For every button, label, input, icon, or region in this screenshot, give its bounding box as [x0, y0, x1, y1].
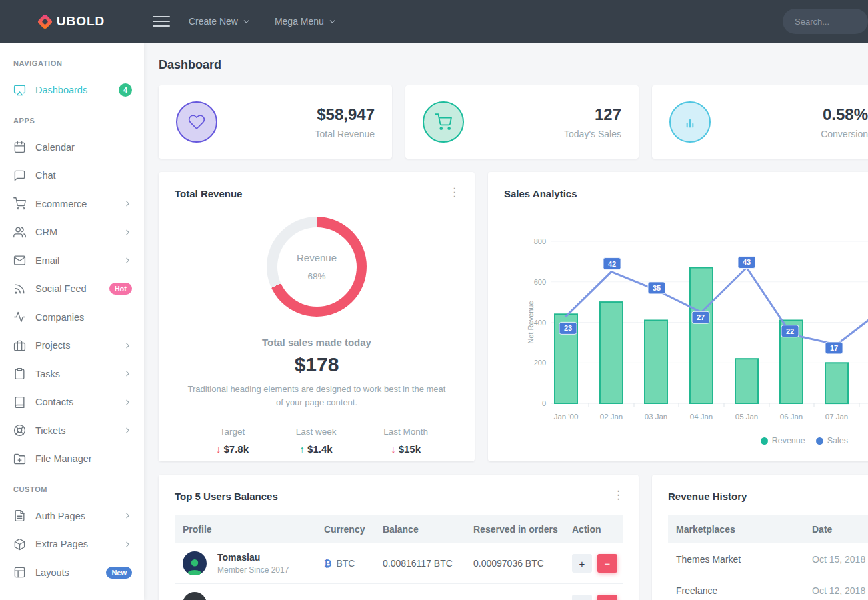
stat-value: $58,947 [315, 105, 375, 124]
card-title: Top 5 Users Balances [175, 491, 623, 502]
card-title: Sales Analytics [504, 188, 865, 199]
charts-row: Total Revenue ⋮ Revenue 68% Total sales … [159, 172, 868, 461]
sidebar-item-social-feed[interactable]: Social FeedHot [0, 275, 144, 303]
activity-icon [13, 311, 26, 323]
topbar-menu-mega-menu[interactable]: Mega Menu [275, 16, 337, 27]
hamburger-menu-icon[interactable] [153, 16, 170, 27]
user-member-since: Member Since 2017 [217, 565, 289, 575]
package-icon [13, 538, 26, 551]
avatar [183, 592, 207, 600]
stat-card-total-revenue: $58,947 Total Revenue [159, 85, 392, 159]
layout-icon [13, 566, 26, 579]
add-button[interactable]: + [572, 595, 592, 600]
bar-chart-icon [669, 101, 711, 143]
dots-menu-icon[interactable]: ⋮ [449, 185, 460, 199]
topbar-menu-create-new[interactable]: Create New [189, 16, 251, 27]
chevron-down-icon [242, 17, 251, 26]
sidebar-badge: New [106, 567, 132, 579]
sidebar-item-dashboards[interactable]: Dashboards4 [0, 76, 144, 105]
sidebar-item-companies[interactable]: Companies [0, 303, 144, 332]
calendar-icon [13, 141, 26, 153]
currency-code: BTC [336, 558, 355, 569]
sidebar-item-ecommerce[interactable]: Ecommerce [0, 190, 144, 219]
sidebar-item-crm[interactable]: CRM [0, 218, 144, 247]
dots-menu-icon[interactable]: ⋮ [613, 488, 624, 502]
revenue-subtitle: Total sales made today [175, 337, 459, 348]
stat-cards-row: $58,947 Total Revenue 127 Today's Sales … [159, 85, 868, 159]
top-users-card: Top 5 Users Balances ⋮ ProfileCurrencyBa… [159, 475, 639, 600]
svg-text:Net Revenue: Net Revenue [527, 301, 535, 343]
sidebar-item-auth-pages[interactable]: Auth Pages [0, 502, 144, 531]
line-point-label: 43 [738, 256, 755, 268]
line-point-label: 27 [692, 311, 709, 323]
sidebar-badge: Hot [109, 283, 132, 295]
stat-value: ↑$1.4k [296, 443, 337, 455]
svg-text:07 Jan: 07 Jan [825, 413, 849, 421]
sidebar-item-contacts[interactable]: Contacts [0, 388, 144, 417]
main-content: Dashboard $58,947 Total Revenue 127 Toda… [144, 43, 868, 600]
revenue-stat-last-week: Last week ↑$1.4k [296, 427, 337, 455]
sidebar-item-label: Email [35, 255, 123, 266]
remove-button[interactable]: − [597, 554, 617, 573]
legend-dot [816, 437, 823, 445]
sidebar-item-label: Tickets [35, 425, 123, 436]
sidebar-item-label: Companies [35, 312, 132, 323]
briefcase-icon [13, 339, 26, 352]
svg-text:23: 23 [564, 324, 572, 332]
users-icon [13, 226, 26, 239]
user-name: Tomaslau [217, 552, 289, 563]
topbar-menu: Create New Mega Menu [189, 16, 337, 27]
sidebar-item-tickets[interactable]: Tickets [0, 417, 144, 445]
card-title: Revenue History [668, 491, 868, 502]
sidebar-item-projects[interactable]: Projects [0, 331, 144, 360]
remove-button[interactable]: − [597, 595, 617, 600]
sidebar-item-chat[interactable]: Chat [0, 161, 144, 190]
column-header: Reserved in orders [465, 524, 564, 535]
add-button[interactable]: + [572, 554, 592, 573]
lifebuoy-icon [13, 424, 26, 437]
sidebar-item-label: Chat [35, 170, 132, 181]
brand-logo[interactable]: UBOLD [0, 0, 144, 43]
btc-icon: ₿ [324, 558, 331, 569]
clipboard-icon [13, 367, 26, 380]
svg-text:400: 400 [534, 319, 546, 327]
sidebar-item-label: Ecommerce [35, 199, 123, 209]
revenue-stats-row: Target ↓$7.8kLast week ↑$1.4kLast Month … [175, 427, 459, 455]
sidebar-item-email[interactable]: Email [0, 247, 144, 275]
stat-value: 127 [564, 105, 621, 124]
sidebar-item-layouts[interactable]: LayoutsNew [0, 559, 144, 587]
sidebar-item-file-manager[interactable]: File Manager [0, 445, 144, 473]
search-input[interactable] [783, 9, 868, 34]
table-row: Themes Market Oct 15, 2018 [668, 543, 868, 575]
card-title: Total Revenue [175, 188, 459, 199]
svg-text:600: 600 [534, 278, 546, 286]
revenue-stat-target: Target ↓$7.8k [216, 427, 249, 455]
sidebar-item-extra-pages[interactable]: Extra Pages [0, 530, 144, 559]
topbar-menu-label: Mega Menu [275, 16, 324, 27]
date-value: Oct 15, 2018 [804, 554, 868, 565]
sidebar-item-label: Auth Pages [35, 511, 123, 521]
sidebar-item-tasks[interactable]: Tasks [0, 360, 144, 389]
column-header: Balance [375, 524, 465, 535]
legend-item-revenue[interactable]: Revenue [761, 436, 805, 445]
chevron-right-icon [123, 426, 132, 435]
legend-item-sales[interactable]: Sales [816, 436, 848, 445]
chevron-right-icon [123, 369, 132, 378]
svg-text:42: 42 [608, 260, 616, 268]
chevron-right-icon [123, 511, 132, 520]
table-row: Erwin E. Brown Ξ ETH 3.16117008 ETH 1.70… [175, 583, 623, 600]
chevron-right-icon [123, 256, 132, 265]
stat-card-today-s-sales: 127 Today's Sales [405, 85, 639, 159]
line-point-label: 42 [603, 258, 621, 270]
sidebar-item-calendar[interactable]: Calendar [0, 133, 144, 162]
chevron-down-icon [328, 17, 337, 26]
stat-label: Last week [296, 427, 337, 437]
revenue-stat-last-month: Last Month ↓$15k [383, 427, 428, 455]
column-header: Action [564, 524, 623, 535]
revenue-history-card: Revenue History MarketplacesDate Themes … [652, 475, 868, 600]
svg-text:800: 800 [534, 237, 546, 245]
column-header: Date [804, 524, 868, 535]
brand-name: UBOLD [57, 14, 105, 29]
legend-label: Sales [827, 436, 848, 445]
folder-plus-icon [13, 453, 26, 465]
